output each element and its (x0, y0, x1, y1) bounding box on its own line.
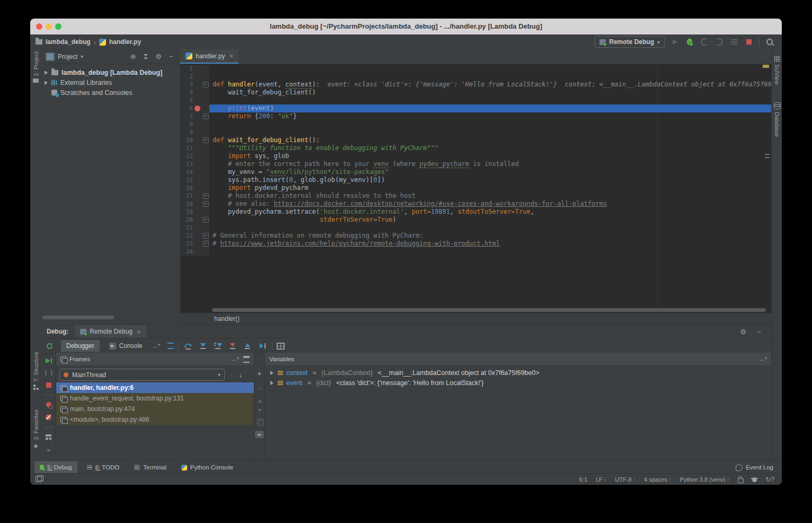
line-number[interactable]: 21 (180, 224, 193, 232)
code-line-13[interactable]: 13 # enter the correct path here to your… (180, 160, 771, 168)
file-writable-icon[interactable] (738, 478, 744, 483)
line-ending-selector[interactable]: LF↕ (596, 476, 606, 483)
view-breakpoints-icon[interactable] (46, 402, 51, 407)
code-text[interactable]: """Utility function to enable debugging … (209, 144, 771, 152)
step-into-button[interactable] (198, 343, 208, 349)
editor-gutter[interactable]: 6 (180, 104, 209, 112)
code-text[interactable] (209, 128, 771, 136)
code-text[interactable]: # see also: https://docs.docker.com/desk… (209, 200, 771, 208)
editor-gutter[interactable]: 10− (180, 136, 209, 144)
show-watches-icon[interactable]: ∞ (255, 431, 264, 438)
context-function[interactable]: handler() (214, 315, 240, 322)
variable-row[interactable]: event = {dict} <class 'dict'>: {'message… (265, 378, 771, 388)
line-number[interactable]: 20 (180, 216, 193, 224)
rerun-icon[interactable] (46, 342, 54, 350)
step-into-my-code-button[interactable] (213, 343, 223, 349)
editor-gutter[interactable]: 2 (180, 73, 209, 81)
chevron-right-icon[interactable] (45, 71, 48, 75)
editor-gutter[interactable]: 17− (180, 192, 209, 200)
step-over-button[interactable] (183, 343, 193, 350)
code-line-20[interactable]: 20− stderrToServer=True) (180, 216, 771, 224)
debug-settings-button[interactable]: ⚙ (738, 327, 748, 336)
fold-marker-icon[interactable]: − (203, 114, 209, 119)
tree-item-external-libraries[interactable]: External Libraries (41, 77, 180, 88)
editor-gutter[interactable]: 12 (180, 152, 209, 160)
locate-file-button[interactable]: ⊕ (128, 52, 138, 62)
code-text[interactable]: wait_for_debug_client() (209, 89, 771, 97)
move-up-icon[interactable] (258, 399, 262, 403)
breadcrumb-project[interactable]: lambda_debug (46, 38, 91, 46)
inspections-highlighting-icon[interactable] (752, 477, 757, 482)
resume-program-icon[interactable] (46, 358, 52, 363)
sync-status-icon[interactable]: ↻? (765, 476, 774, 483)
run-config-selector[interactable]: Remote Debug ▾ (595, 36, 665, 48)
close-session-icon[interactable]: × (137, 328, 141, 336)
line-number[interactable]: 12 (180, 152, 193, 160)
hide-panel-button[interactable]: − (166, 52, 176, 62)
line-number[interactable]: 23 (180, 240, 193, 248)
code-line-6[interactable]: 6 print(event) (180, 104, 771, 112)
code-text[interactable]: stderrToServer=True) (209, 216, 771, 224)
code-line-18[interactable]: 18− # see also: https://docs.docker.com/… (180, 200, 771, 208)
editor-gutter[interactable]: 14 (180, 168, 209, 176)
code-text[interactable] (209, 224, 771, 232)
code-text[interactable] (209, 97, 771, 104)
editor-gutter[interactable]: 9 (180, 128, 209, 136)
toolwindow-python-console[interactable]: Python Console (176, 461, 239, 474)
close-window-button[interactable] (36, 23, 42, 30)
tool-stripe-favorites[interactable]: 2: Favorites ★ (30, 409, 41, 450)
editor-gutter[interactable]: 24 (180, 248, 209, 256)
stack-frame-row[interactable]: <module>, bootstrap.py:486 (56, 414, 254, 425)
editor-gutter[interactable]: 4 (180, 89, 209, 97)
code-line-12[interactable]: 12 import sys, glob (180, 152, 771, 160)
debug-button[interactable] (685, 37, 694, 47)
code-line-22[interactable]: 22−# General information on remote debug… (180, 232, 771, 240)
code-text[interactable]: # enter the correct path here to your ve… (209, 160, 771, 168)
line-number[interactable]: 10 (180, 136, 193, 144)
toolwindow-todo[interactable]: 6: TODO (82, 461, 125, 474)
editor-gutter[interactable]: 11 (180, 144, 209, 152)
code-line-9[interactable]: 9 (180, 128, 771, 136)
fold-marker-icon[interactable]: − (203, 241, 209, 247)
code-text[interactable]: sys.path.insert(0, glob.glob(my_venv)[0]… (209, 176, 771, 184)
code-line-21[interactable]: 21 (180, 224, 771, 232)
line-number[interactable]: 24 (180, 248, 193, 256)
stack-frame-row[interactable]: handler, handler.py:6 (56, 382, 254, 393)
line-number[interactable]: 19 (180, 208, 193, 216)
editor-gutter[interactable]: 13 (180, 160, 209, 168)
toolwindow-toggle-button[interactable] (30, 476, 42, 483)
line-number[interactable]: 3 (180, 81, 193, 89)
line-number[interactable]: 22 (180, 232, 193, 240)
fold-marker-icon[interactable]: − (203, 193, 209, 199)
code-line-24[interactable]: 24 (180, 248, 771, 256)
caret-position-indicator[interactable]: 6:1 (579, 476, 587, 483)
editor-gutter[interactable]: 5 (180, 97, 209, 104)
toolwindow-debug[interactable]: 5: Debug (34, 461, 77, 474)
zoom-window-button[interactable] (55, 23, 61, 30)
remove-watch-icon[interactable]: − (257, 384, 262, 393)
previous-frame-button[interactable]: ↑ (230, 371, 234, 379)
search-everywhere-button[interactable] (765, 37, 774, 47)
code-line-8[interactable]: 8 (180, 120, 771, 128)
code-line-7[interactable]: 7− return {200: "ok"} (180, 112, 771, 120)
tab-debugger[interactable]: Debugger (61, 340, 100, 352)
minimize-window-button[interactable] (46, 23, 52, 30)
fold-marker-icon[interactable]: − (203, 137, 209, 143)
line-number[interactable]: 6 (180, 104, 193, 112)
add-watch-icon[interactable]: + (257, 369, 262, 378)
coverage-button[interactable] (700, 37, 709, 47)
line-number[interactable]: 16 (180, 184, 193, 192)
stack-frame-row[interactable]: main, bootstrap.py:474 (56, 404, 254, 414)
line-number[interactable]: 5 (180, 97, 193, 104)
code-line-17[interactable]: 17− # host.docker.internal should resolv… (180, 192, 771, 200)
code-text[interactable]: # General information on remote debuggin… (209, 232, 771, 240)
code-text[interactable]: import pydevd_pycharm (209, 184, 771, 192)
editor-gutter[interactable]: 19 (180, 208, 209, 216)
line-number[interactable]: 18 (180, 200, 193, 208)
code-line-23[interactable]: 23−# https://www.jetbrains.com/help/pych… (180, 240, 771, 248)
line-number[interactable]: 7 (180, 112, 193, 120)
code-text[interactable]: def wait_for_debug_client(): (209, 136, 771, 144)
code-text[interactable]: return {200: "ok"} (209, 112, 771, 120)
stop-icon[interactable] (46, 382, 51, 388)
run-to-cursor-button[interactable] (257, 343, 268, 348)
